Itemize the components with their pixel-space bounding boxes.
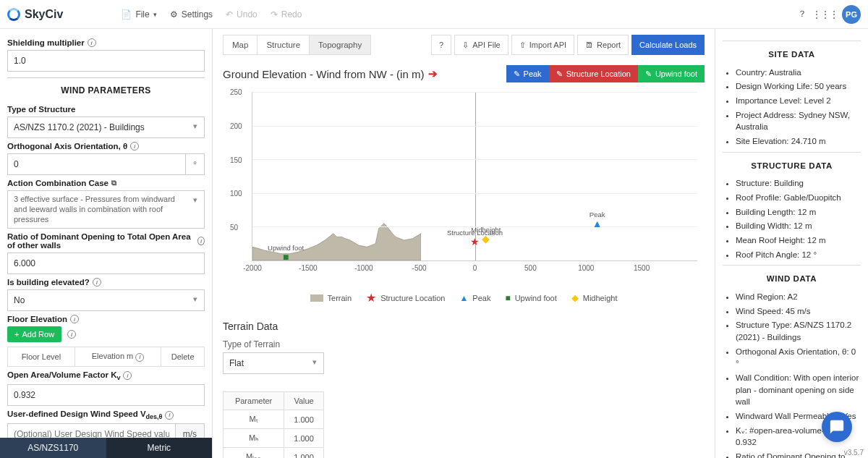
terrain-data-heading: Terrain Data	[223, 321, 705, 332]
kv-label: Open Area/Volume Factor Kv i	[7, 367, 205, 384]
api-file-button[interactable]: ⇩API File	[454, 35, 509, 55]
info-icon[interactable]: i	[135, 353, 144, 362]
info-icon[interactable]: i	[70, 315, 79, 323]
action-case-label: Action Combination Case ⧉	[7, 175, 205, 190]
param-table: ParameterValue Mₜ1.000 Mₕ1.000 Mₗₑₑ1.000…	[223, 391, 324, 458]
list-item: Building Width: 12 m	[736, 220, 859, 232]
action-case-select[interactable]: 3 effective surface - Pressures from win…	[7, 190, 205, 229]
undo-button[interactable]: ↶ Undo	[226, 9, 258, 20]
tab-topography[interactable]: Topography	[310, 35, 370, 54]
floor-col-elev: Elevation m i	[75, 347, 161, 367]
center-panel: Map Structure Topography ? ⇩API File ⇧Im…	[213, 29, 715, 458]
tab-structure[interactable]: Structure	[258, 35, 310, 54]
table-row: Mₜ1.000	[224, 410, 324, 429]
info-icon[interactable]: i	[165, 411, 174, 420]
info-icon[interactable]: i	[130, 142, 139, 150]
type-of-terrain-label: Type of Terrain	[223, 339, 705, 349]
info-icon[interactable]: i	[93, 278, 101, 287]
type-of-structure-select[interactable]	[7, 116, 205, 138]
floor-col-level: Floor Level	[8, 347, 75, 367]
legend-terrain: Terrain	[310, 291, 352, 305]
add-row-button[interactable]: + Add Row	[7, 326, 61, 342]
edit-icon: ✎	[645, 69, 652, 79]
marker-structure-location: ★	[470, 236, 480, 247]
top-tools: ？ ⋮⋮⋮ PG	[796, 5, 861, 24]
left-panel: Shielding multiplier i WIND PARAMETERS T…	[0, 29, 213, 458]
info-icon[interactable]: i	[67, 330, 76, 339]
structure-data-list: Structure: Building Roof Profile: Gable/…	[724, 177, 859, 260]
info-icon[interactable]: i	[123, 371, 132, 380]
topbar: SkyCiv 📄 File ▾ ⚙ Settings ↶ Undo ↷ Redo…	[0, 0, 868, 29]
unit-tab-metric[interactable]: Metric	[106, 438, 213, 458]
list-item: Building Length: 12 m	[736, 206, 859, 219]
external-link-icon[interactable]: ⧉	[111, 179, 116, 187]
type-of-terrain-select[interactable]	[223, 352, 324, 374]
undo-icon: ↶	[226, 9, 233, 20]
table-row: Mₗₑₑ1.000	[224, 448, 324, 459]
upload-icon: ⇧	[519, 41, 526, 50]
list-item: Structure Type: AS/NZS 1170.2 (2021) - B…	[736, 319, 859, 343]
kv-input[interactable]	[7, 384, 205, 406]
list-item: Wind Speed: 45 m/s	[736, 305, 859, 318]
report-button[interactable]: 🖺Report	[577, 35, 629, 55]
marker-peak: ▲	[592, 218, 603, 229]
floor-elev-label: Floor Elevation i	[7, 311, 205, 326]
redo-icon: ↷	[271, 9, 278, 20]
legend-peak: ▲Peak	[459, 291, 490, 305]
badge-upwind[interactable]: ✎Upwind foot	[638, 65, 705, 82]
edit-icon: ✎	[514, 69, 520, 79]
gear-icon: ⚙	[170, 9, 178, 20]
settings-menu[interactable]: ⚙ Settings	[170, 9, 213, 20]
orth-axis-input[interactable]	[7, 153, 186, 175]
edit-icon: ✎	[556, 69, 563, 79]
brand-name: SkyCiv	[25, 8, 63, 21]
marker-label: Midheight	[471, 226, 501, 234]
unit-tab-asnzs[interactable]: AS/NZS1170	[0, 438, 106, 458]
avatar[interactable]: PG	[842, 5, 861, 24]
info-icon[interactable]: i	[197, 237, 205, 245]
redo-button[interactable]: ↷ Redo	[271, 9, 302, 20]
elevated-select[interactable]	[7, 289, 205, 311]
help-icon[interactable]: ？	[796, 8, 809, 21]
marker-label: Peak	[590, 211, 605, 219]
site-data-title: SITE DATA	[724, 46, 859, 67]
chart-plot[interactable]: -2000-1500-1000-500050010001500■Upwind f…	[252, 92, 697, 261]
list-item: Design Working Life: 50 years	[736, 80, 859, 93]
list-item: Orthogonal Axis Orientation, θ: 0 °	[736, 346, 859, 370]
ratio-input[interactable]	[7, 253, 205, 274]
import-api-button[interactable]: ⇧Import API	[511, 35, 574, 55]
file-icon: 📄	[121, 9, 132, 20]
badge-structure[interactable]: ✎Structure Location	[549, 65, 638, 82]
brand-mark-icon	[7, 8, 20, 21]
marker-midheight: ◆	[482, 233, 490, 245]
arrow-right-icon[interactable]: ➔	[428, 67, 438, 80]
file-menu[interactable]: 📄 File ▾	[121, 9, 156, 20]
calculate-loads-button[interactable]: Calculate Loads	[631, 35, 705, 55]
type-of-structure-label: Type of Structure	[7, 101, 205, 116]
version-label: v3.5.7	[844, 449, 864, 457]
chat-bubble-icon[interactable]	[822, 412, 852, 442]
marker-upwind-foot: ■	[283, 251, 289, 263]
legend-mid: ◆Midheight	[571, 291, 618, 305]
site-data-list: Country: Australia Design Working Life: …	[724, 67, 859, 148]
badge-peak[interactable]: ✎Peak	[506, 65, 549, 82]
legend-upwind: ■Upwind foot	[505, 291, 556, 305]
shielding-input[interactable]	[7, 50, 205, 72]
top-menu: 📄 File ▾ ⚙ Settings ↶ Undo ↷ Redo	[121, 9, 302, 20]
chart-area: -2000-1500-1000-500050010001500■Upwind f…	[223, 88, 705, 276]
help-button[interactable]: ?	[431, 35, 451, 55]
info-icon[interactable]: i	[88, 38, 96, 47]
list-item: Mean Roof Height: 12 m	[736, 234, 859, 247]
list-item: Country: Australia	[736, 67, 859, 79]
wind-data-title: WIND DATA	[724, 270, 859, 291]
apps-grid-icon[interactable]: ⋮⋮⋮	[819, 8, 832, 21]
tab-map[interactable]: Map	[224, 35, 258, 54]
orth-axis-label: Orthogonal Axis Orientation, θ i	[7, 138, 205, 153]
list-item: Project Address: Sydney NSW, Australia	[736, 109, 859, 133]
list-item: Roof Profile: Gable/Duopitch	[736, 192, 859, 204]
ratio-label: Ratio of Dominant Opening to Total Open …	[7, 229, 205, 253]
tabs-bar: Map Structure Topography	[223, 35, 371, 55]
structure-data-title: STRUCTURE DATA	[724, 157, 859, 178]
floor-table: Floor Level Elevation m i Delete	[7, 347, 205, 367]
chevron-down-icon: ▾	[153, 11, 157, 18]
